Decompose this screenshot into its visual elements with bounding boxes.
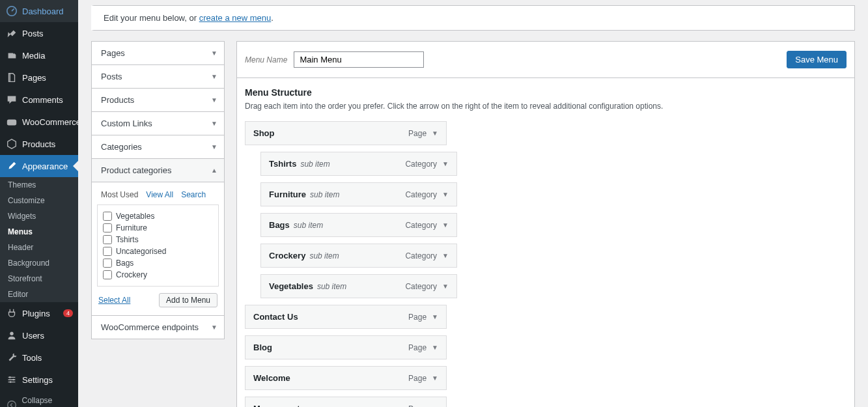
chevron-down-icon[interactable]: ▼	[432, 313, 438, 320]
tab-view-all[interactable]: View All	[146, 190, 173, 199]
menu-item-sub: sub item	[294, 221, 323, 230]
accordion-item-woocommerce-endpoints: WooCommerce endpoints ▼	[92, 315, 224, 339]
sidebar-subitem-background[interactable]: Background	[0, 255, 78, 271]
sidebar-subitem-menus[interactable]: Menus	[0, 224, 78, 240]
accordion-header-products[interactable]: Products ▼	[92, 89, 224, 111]
accordion-header-categories[interactable]: Categories ▼	[92, 135, 224, 158]
chevron-down-icon[interactable]: ▼	[442, 160, 449, 167]
menu-item[interactable]: Bagssub item Category▼	[260, 213, 457, 237]
tab-search[interactable]: Search	[181, 190, 206, 199]
chevron-down-icon: ▼	[211, 73, 217, 80]
chevron-down-icon[interactable]: ▼	[442, 252, 449, 259]
accordion-header-woocommerce-endpoints[interactable]: WooCommerce endpoints ▼	[92, 316, 224, 339]
accordion-header-custom-links[interactable]: Custom Links ▼	[92, 112, 224, 135]
menu-item[interactable]: Crockerysub item Category▼	[260, 244, 457, 268]
sidebar-item-settings[interactable]: Settings	[0, 369, 78, 391]
sidebar-item-tools[interactable]: Tools	[0, 346, 78, 369]
accordion-label: Categories	[101, 142, 142, 152]
chevron-down-icon[interactable]: ▼	[432, 130, 438, 137]
menu-box: Menu Name Save Menu Menu Structure Drag …	[236, 41, 855, 407]
menu-structure-heading: Menu Structure	[245, 87, 847, 98]
chevron-down-icon[interactable]: ▼	[432, 374, 438, 382]
category-row[interactable]: Furniture	[103, 222, 213, 234]
chevron-down-icon[interactable]: ▼	[432, 344, 438, 351]
sidebar-item-comments[interactable]: Comments	[0, 89, 78, 111]
category-row[interactable]: Uncategorised	[103, 246, 213, 257]
menu-item[interactable]: Shop Page▼	[245, 121, 447, 145]
menu-item[interactable]: Vegetablessub item Category▼	[260, 274, 457, 298]
accordion-item-pages: Pages ▼	[92, 42, 224, 64]
chevron-down-icon[interactable]: ▼	[442, 191, 449, 198]
menu-item-type: Page	[408, 343, 427, 352]
sidebar-subitem-editor[interactable]: Editor	[0, 287, 78, 302]
category-checkbox[interactable]	[103, 247, 112, 256]
create-new-menu-link[interactable]: create a new menu	[199, 13, 272, 23]
accordion-label: Custom Links	[101, 119, 152, 128]
category-label: Tshirts	[116, 235, 139, 244]
menu-name-input[interactable]	[294, 51, 424, 68]
category-checkbox[interactable]	[103, 223, 112, 232]
sidebar-subitem-customize[interactable]: Customize	[0, 193, 78, 208]
accordion-item-posts: Posts ▼	[92, 64, 224, 88]
category-row[interactable]: Crockery	[103, 269, 213, 281]
sidebar-item-dashboard[interactable]: Dashboard	[0, 0, 78, 22]
menu-item-type: Page	[408, 313, 427, 322]
menu-item[interactable]: Tshirtssub item Category▼	[260, 152, 457, 176]
accordion-header-posts[interactable]: Posts ▼	[92, 65, 224, 88]
menu-item[interactable]: Welcome Page▼	[245, 366, 447, 390]
accordion-footer: Select All Add to Menu	[97, 287, 219, 310]
menu-item[interactable]: My account Page▼	[245, 397, 447, 407]
menu-item-sub: sub item	[310, 190, 339, 199]
menu-item-type: Page	[408, 129, 427, 138]
menu-item[interactable]: Blog Page▼	[245, 335, 447, 359]
product-icon	[5, 137, 18, 150]
collapse-menu-button[interactable]: Collapse menu	[0, 391, 78, 407]
sidebar-item-users[interactable]: Users	[0, 324, 78, 346]
category-label: Bags	[116, 259, 133, 268]
sidebar-item-pages[interactable]: Pages	[0, 66, 78, 89]
save-menu-button[interactable]: Save Menu	[787, 51, 847, 68]
sidebar-item-plugins[interactable]: Plugins 4	[0, 302, 78, 324]
menu-item-label: Shop	[253, 128, 275, 138]
sidebar-item-label: Media	[22, 51, 73, 61]
category-row[interactable]: Bags	[103, 257, 213, 269]
accordion-header-product-categories[interactable]: Product categories ▲	[92, 159, 224, 182]
category-checkbox[interactable]	[103, 235, 112, 244]
chevron-down-icon[interactable]: ▼	[442, 283, 449, 290]
category-label: Uncategorised	[116, 247, 166, 256]
sidebar-item-media[interactable]: Media	[0, 44, 78, 66]
menu-item-label: Contact Us	[253, 312, 298, 322]
chevron-down-icon[interactable]: ▼	[442, 221, 449, 229]
category-checkbox[interactable]	[103, 270, 112, 279]
user-icon	[5, 329, 18, 342]
menu-body: Menu Structure Drag each item into the o…	[237, 78, 854, 407]
category-checkbox[interactable]	[103, 212, 112, 221]
comment-icon	[5, 93, 18, 106]
select-all-link[interactable]: Select All	[98, 296, 130, 305]
menu-item-type: Category	[405, 221, 437, 230]
tool-icon	[5, 351, 18, 364]
add-to-menu-button[interactable]: Add to Menu	[159, 293, 217, 307]
menu-structure-list: Shop Page▼ Tshirtssub item Category▼ Fur…	[245, 121, 847, 407]
sidebar-item-appearance[interactable]: Appearance	[0, 155, 78, 177]
svg-point-3	[9, 376, 11, 378]
accordion: Pages ▼ Posts ▼ Products ▼	[91, 41, 225, 339]
accordion-header-pages[interactable]: Pages ▼	[92, 42, 224, 64]
menu-item[interactable]: Furnituresub item Category▼	[260, 182, 457, 206]
category-checkbox[interactable]	[103, 259, 112, 268]
sidebar-subitem-themes[interactable]: Themes	[0, 177, 78, 193]
tab-most-used[interactable]: Most Used	[101, 190, 138, 199]
dashboard-icon	[5, 5, 18, 18]
menu-item-type: Category	[405, 160, 437, 169]
sidebar-item-woocommerce[interactable]: WooCommerce	[0, 111, 78, 133]
category-row[interactable]: Vegetables	[103, 210, 213, 222]
sidebar-subitem-widgets[interactable]: Widgets	[0, 208, 78, 224]
sidebar-item-posts[interactable]: Posts	[0, 22, 78, 44]
svg-rect-1	[7, 119, 16, 125]
menu-item-sub: sub item	[309, 251, 339, 260]
sidebar-subitem-header[interactable]: Header	[0, 240, 78, 255]
menu-item[interactable]: Contact Us Page▼	[245, 305, 447, 329]
category-row[interactable]: Tshirts	[103, 234, 213, 246]
sidebar-item-products[interactable]: Products	[0, 133, 78, 155]
sidebar-subitem-storefront[interactable]: Storefront	[0, 271, 78, 287]
